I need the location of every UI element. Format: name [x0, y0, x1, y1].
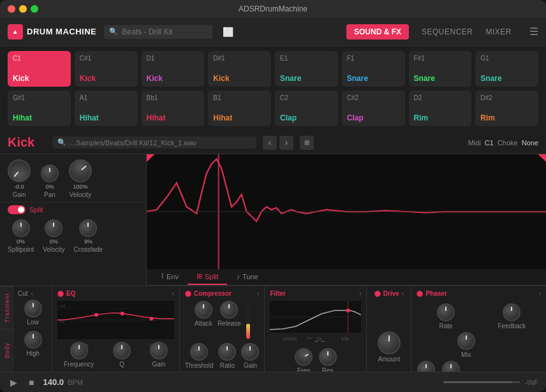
- svg-point-17: [346, 309, 350, 312]
- transient-label[interactable]: Transient: [0, 286, 14, 329]
- split-toggle-pill[interactable]: [8, 205, 26, 214]
- play-button[interactable]: ▶: [8, 376, 20, 389]
- attack-knob[interactable]: [195, 301, 212, 319]
- low-knob[interactable]: [24, 300, 42, 317]
- ratio-knob[interactable]: [218, 343, 236, 361]
- pad-fs1[interactable]: F#1 Snare: [409, 51, 472, 87]
- eq-frequency-knob[interactable]: [70, 342, 88, 359]
- release-knob[interactable]: [220, 301, 238, 319]
- filter-res-knob[interactable]: [319, 348, 337, 366]
- stop-button[interactable]: ■: [26, 376, 36, 389]
- eq-gain-knob[interactable]: [150, 342, 168, 359]
- volume-slider[interactable]: -INF: [443, 379, 538, 386]
- nav-sound-fx[interactable]: SOUND & FX: [346, 24, 409, 40]
- splitpoint-knob[interactable]: [12, 219, 30, 237]
- pad-cs2[interactable]: C#2 Clap: [342, 91, 405, 126]
- filter-res-group: Res: [319, 348, 337, 372]
- pad-c2[interactable]: C2 Clap: [275, 91, 338, 126]
- pad-b1[interactable]: B1 Hihat: [208, 91, 271, 126]
- pad-name: Kick: [13, 74, 66, 83]
- svg-point-13: [149, 317, 153, 321]
- pad-note: D#2: [480, 94, 533, 101]
- gain-knob[interactable]: [3, 155, 36, 187]
- nav-sequencer[interactable]: SEQUENCER: [422, 27, 473, 36]
- close-button[interactable]: [8, 5, 15, 13]
- eq-q-knob[interactable]: [113, 342, 131, 359]
- filter-freq-knob[interactable]: [291, 345, 316, 369]
- waveform-toggle-button[interactable]: ⊞: [300, 136, 314, 150]
- tune-icon: ♪: [236, 273, 240, 280]
- pad-name: Snare: [347, 74, 400, 83]
- header-nav: SOUND & FX SEQUENCER MIXER ☰: [346, 24, 538, 40]
- pad-d1[interactable]: D1 Kick: [142, 51, 205, 87]
- sound-header: Kick 🔍 ‹ › ⊞ Midi C1 Choke None: [0, 131, 546, 154]
- tab-tune-label: Tune: [242, 273, 258, 280]
- phaser-power-button[interactable]: [417, 291, 423, 297]
- split-velocity-knob[interactable]: [45, 219, 63, 237]
- svg-point-11: [94, 313, 98, 317]
- tab-tune[interactable]: ♪ Tune: [227, 269, 267, 285]
- pad-cs1[interactable]: C#1 Kick: [75, 51, 138, 87]
- amount-knob[interactable]: [378, 331, 401, 354]
- eq-knobs-row: Frequency Q Gain: [57, 342, 174, 368]
- filter-title: Filter: [270, 290, 285, 297]
- comp-power-button[interactable]: [185, 291, 191, 297]
- next-sample-button[interactable]: ›: [279, 136, 293, 150]
- pan-knob[interactable]: [41, 164, 59, 182]
- threshold-knob[interactable]: [190, 343, 208, 361]
- search-bar[interactable]: 🔍: [104, 25, 212, 39]
- pad-gs1[interactable]: G#1 Hihat: [8, 91, 71, 126]
- feedback-knob[interactable]: [503, 303, 520, 321]
- pad-g1[interactable]: G1 Snare: [475, 51, 538, 87]
- depth-knob[interactable]: [417, 361, 435, 372]
- cut-header: Cut ‹: [18, 290, 48, 297]
- high-group: High: [24, 331, 42, 357]
- tab-env[interactable]: ⌇ Env: [152, 269, 188, 285]
- pad-f1[interactable]: F1 Snare: [342, 51, 405, 87]
- drive-power-button[interactable]: [374, 291, 381, 297]
- pad-d2[interactable]: D2 Rim: [409, 91, 472, 126]
- pad-c1[interactable]: C1 Kick: [8, 51, 71, 87]
- split-toggle: Split: [0, 203, 146, 217]
- tab-split[interactable]: ⊞ Split: [188, 269, 227, 285]
- crossfade-knob[interactable]: [79, 219, 97, 237]
- pad-ds2[interactable]: D#2 Rim: [475, 91, 538, 126]
- amount-label: Amount: [378, 356, 400, 363]
- search-input[interactable]: [122, 27, 207, 36]
- drive-collapse-icon[interactable]: ‹: [402, 290, 404, 297]
- rate-knob[interactable]: [437, 303, 455, 321]
- menu-icon[interactable]: ☰: [529, 25, 538, 38]
- center-knob[interactable]: [442, 361, 460, 372]
- eq-power-button[interactable]: [57, 291, 64, 297]
- mix-knob[interactable]: [457, 332, 475, 350]
- slider-track[interactable]: [443, 381, 520, 383]
- pad-a1[interactable]: A1 Hihat: [75, 91, 138, 126]
- pad-note: C2: [280, 94, 333, 101]
- file-search[interactable]: 🔍: [52, 136, 256, 149]
- eq-collapse-icon[interactable]: ‹: [172, 290, 174, 297]
- pad-bb1[interactable]: Bb1 Hihat: [142, 91, 205, 126]
- comp-gain-knob[interactable]: [241, 343, 259, 361]
- comp-collapse-icon[interactable]: ‹: [257, 290, 259, 297]
- filter-collapse-icon[interactable]: ‹: [359, 290, 361, 297]
- split-knobs-row: 0% Splitpoint 0% Velocity 9% Crossfade: [0, 217, 146, 257]
- feedback-label: Feedback: [498, 323, 526, 330]
- drive-header: Drive ‹: [374, 290, 404, 297]
- mix-group: Mix: [457, 332, 475, 358]
- cut-collapse-icon[interactable]: ‹: [31, 290, 33, 297]
- center-group: Depth: [442, 361, 460, 372]
- minimize-button[interactable]: [19, 5, 27, 13]
- nav-mixer[interactable]: MIXER: [486, 27, 512, 36]
- high-knob[interactable]: [24, 331, 42, 349]
- phaser-collapse-icon[interactable]: ‹: [539, 290, 541, 297]
- velocity-knob[interactable]: [64, 155, 97, 187]
- filter-graph: 100Hz 1k 10k: [270, 301, 361, 333]
- pad-ds1[interactable]: D#1 Kick: [208, 51, 271, 87]
- maximize-button[interactable]: [31, 5, 38, 13]
- file-path-input[interactable]: [70, 139, 251, 147]
- app-window: ADSRDrumMachine ▲ DRUM MACHINE 🔍 ⬜ SOUND…: [0, 0, 546, 392]
- pad-e1[interactable]: E1 Snare: [275, 51, 338, 87]
- pad-note: E1: [280, 55, 333, 62]
- prev-sample-button[interactable]: ‹: [263, 136, 277, 150]
- body-label[interactable]: Body: [0, 329, 14, 372]
